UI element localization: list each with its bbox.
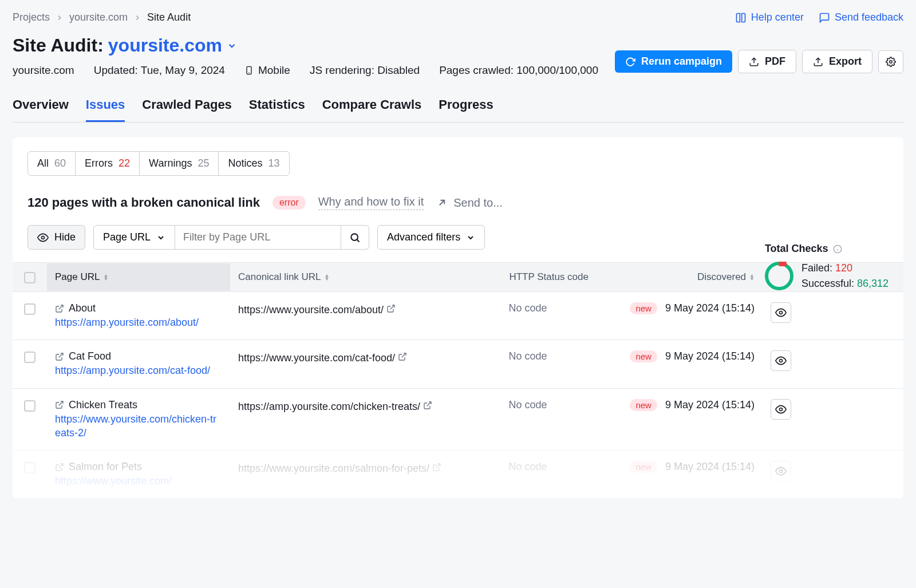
discovered-date: 9 May 2024 (15:14) [665, 302, 755, 314]
filter-notices[interactable]: Notices13 [219, 152, 289, 175]
svg-line-17 [59, 401, 63, 405]
canonical-url: https://www.yoursite.com/about/ [230, 299, 459, 333]
eye-icon [775, 465, 787, 477]
page-title-link[interactable]: Salmon for Pets [55, 461, 222, 473]
why-how-to-fix-link[interactable]: Why and how to fix it [318, 195, 424, 210]
breadcrumb: Projects yoursite.com Site Audit [13, 11, 191, 23]
total-checks-box: Total Checks Failed: 120 Successful: 86,… [765, 243, 889, 291]
new-badge: new [630, 399, 657, 411]
page-url-link[interactable]: https://www.yoursite.com/ [55, 474, 222, 488]
view-row-button[interactable] [771, 302, 791, 323]
svg-point-13 [780, 311, 783, 314]
breadcrumb-projects[interactable]: Projects [13, 11, 50, 23]
external-link-icon[interactable] [386, 304, 396, 313]
checks-donut-icon [765, 262, 793, 290]
send-to-button[interactable]: Send to... [436, 196, 503, 210]
issue-severity-badge: error [273, 196, 306, 210]
page-title-link[interactable]: Chicken Treats [55, 399, 222, 411]
status-code: No code [459, 396, 597, 444]
page-url-link[interactable]: https://amp.yoursite.com/cat-food/ [55, 364, 222, 377]
svg-point-19 [780, 408, 783, 411]
breadcrumb-site[interactable]: yoursite.com [69, 11, 128, 23]
advanced-filters-button[interactable]: Advanced filters [377, 225, 485, 250]
filter-url-input[interactable] [175, 225, 341, 250]
svg-line-7 [357, 239, 359, 242]
external-link-icon[interactable] [423, 401, 432, 410]
page-url-link[interactable]: https://amp.yoursite.com/about/ [55, 315, 222, 329]
eye-icon [775, 355, 787, 366]
subinfo-device: Mobile [244, 64, 290, 77]
rerun-campaign-button[interactable]: Rerun campaign [615, 50, 732, 73]
svg-line-18 [427, 402, 431, 406]
external-link-icon[interactable] [55, 304, 64, 313]
book-icon [735, 12, 747, 23]
eye-icon [775, 307, 787, 318]
filter-all[interactable]: All60 [28, 152, 76, 175]
svg-line-11 [59, 305, 63, 309]
mobile-icon [244, 65, 254, 76]
chevron-down-icon [156, 233, 165, 242]
status-code: No code [459, 457, 597, 491]
subinfo-crawled: Pages crawled: 100,000/100,000 [439, 64, 598, 77]
row-checkbox[interactable] [24, 462, 35, 473]
svg-point-16 [780, 360, 783, 362]
column-page-url[interactable]: Page URL▲▼ [47, 263, 230, 291]
tab-progress[interactable]: Progress [439, 97, 493, 122]
filter-field-select[interactable]: Page URL [93, 225, 175, 250]
svg-point-22 [780, 470, 783, 473]
discovered-date: 9 May 2024 (15:14) [665, 350, 755, 362]
search-button[interactable] [341, 225, 369, 250]
table-row: Cat Food https://amp.yoursite.com/cat-fo… [13, 340, 903, 388]
svg-line-14 [59, 353, 63, 357]
filter-warnings[interactable]: Warnings25 [140, 152, 219, 175]
help-center-link[interactable]: Help center [735, 11, 804, 23]
tab-compare-crawls[interactable]: Compare Crawls [322, 97, 422, 122]
column-canonical[interactable]: Canonical link URL▲▼ [230, 263, 459, 291]
column-status[interactable]: HTTP Status code [459, 263, 597, 291]
hide-button[interactable]: Hide [27, 225, 85, 250]
domain-selector[interactable]: yoursite.com [108, 35, 237, 56]
issue-filters: All60 Errors22 Warnings25 Notices13 [27, 151, 290, 176]
chevron-right-icon [133, 14, 141, 22]
tab-overview[interactable]: Overview [13, 97, 69, 122]
status-code: No code [459, 347, 597, 381]
eye-icon [37, 232, 49, 243]
pdf-button[interactable]: PDF [738, 50, 796, 73]
send-feedback-link[interactable]: Send feedback [819, 11, 903, 23]
view-row-button[interactable] [771, 350, 791, 371]
external-link-icon[interactable] [55, 352, 64, 361]
svg-point-5 [42, 236, 45, 239]
view-row-button[interactable] [771, 461, 791, 482]
filter-errors[interactable]: Errors22 [76, 152, 140, 175]
subinfo-js: JS rendering: Disabled [310, 64, 420, 77]
row-checkbox[interactable] [24, 352, 35, 363]
feedback-icon [819, 12, 830, 23]
select-all-checkbox[interactable] [24, 272, 35, 283]
view-row-button[interactable] [771, 399, 791, 420]
page-title-link[interactable]: About [55, 302, 222, 314]
row-checkbox[interactable] [24, 400, 35, 412]
settings-button[interactable] [878, 50, 903, 73]
external-link-icon[interactable] [55, 400, 64, 409]
row-checkbox[interactable] [24, 303, 35, 315]
canonical-url: https://www.yoursite.com/cat-food/ [230, 347, 459, 381]
canonical-url: https://amp.yoursite.com/chicken-treats/ [230, 396, 459, 444]
chevron-down-icon [466, 233, 475, 242]
external-link-icon[interactable] [398, 352, 407, 361]
svg-line-15 [402, 353, 406, 357]
subinfo-domain: yoursite.com [13, 64, 74, 77]
external-link-icon[interactable] [55, 463, 64, 472]
export-button[interactable]: Export [802, 50, 872, 73]
svg-point-6 [351, 234, 358, 240]
tab-statistics[interactable]: Statistics [249, 97, 305, 122]
page-title-link[interactable]: Cat Food [55, 350, 222, 362]
info-icon[interactable] [833, 244, 842, 254]
column-discovered[interactable]: Discovered▲▼ [597, 263, 763, 291]
tab-crawled-pages[interactable]: Crawled Pages [142, 97, 232, 122]
chevron-right-icon [56, 14, 64, 22]
tab-issues[interactable]: Issues [86, 97, 125, 122]
table-row: About https://amp.yoursite.com/about/ ht… [13, 291, 903, 340]
status-code: No code [459, 299, 597, 333]
external-link-icon[interactable] [432, 463, 441, 472]
page-url-link[interactable]: https://www.yoursite.com/chicken-treats-… [55, 412, 222, 440]
